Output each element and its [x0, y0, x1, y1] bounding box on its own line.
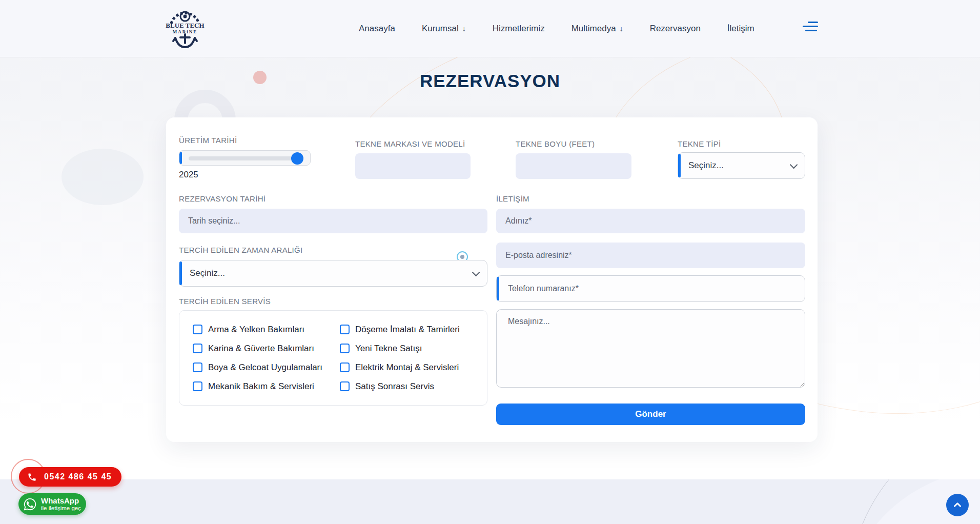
slider-track[interactable]	[189, 156, 301, 160]
chevron-down-icon	[472, 268, 480, 276]
tekne-tipi-select[interactable]: Seçiniz...	[678, 152, 805, 179]
tekne-tipi-label: TEKNE TİPİ	[678, 139, 721, 148]
header: BLUE TECH MARiNE Anasayfa Kurumsal↓ Hizm…	[0, 0, 980, 57]
adiniz-input[interactable]	[496, 209, 805, 233]
footer	[0, 479, 980, 524]
telefon-input[interactable]	[497, 276, 805, 301]
dropdown-arrow-icon: ↓	[462, 25, 466, 33]
checkbox-icon[interactable]	[193, 362, 202, 372]
whatsapp-text: WhatsApp ile iletişime geç	[41, 497, 81, 511]
tekne-markasi-label: TEKNE MARKASI VE MODELİ	[355, 139, 465, 148]
checkbox-mekanik-bakim[interactable]: Mekanik Bakım & Servisleri	[193, 381, 340, 392]
zaman-araligi-selected-value: Seçiniz...	[190, 268, 225, 278]
iletisim-label: İLETİŞİM	[496, 194, 529, 203]
phone-icon	[27, 472, 37, 482]
tekne-boyu-label: TEKNE BOYU (FEET)	[516, 139, 595, 148]
checkbox-icon[interactable]	[340, 325, 350, 334]
nav-item-kurumsal[interactable]: Kurumsal↓	[422, 24, 466, 34]
checkbox-icon[interactable]	[193, 381, 202, 391]
reservation-form-card: ÜRETİM TARİHİ 2025 TEKNE MARKASI VE MODE…	[166, 117, 818, 442]
scroll-to-top-button[interactable]	[946, 494, 969, 516]
checkbox-elektrik-montaj[interactable]: Elektrik Montaj & Servisleri	[340, 362, 487, 373]
zaman-araligi-select[interactable]: Seçiniz...	[179, 260, 487, 287]
page: BLUE TECH MARiNE Anasayfa Kurumsal↓ Hizm…	[0, 0, 980, 524]
checkbox-arma-yelken[interactable]: Arma & Yelken Bakımları	[193, 325, 340, 335]
whatsapp-icon	[23, 497, 37, 511]
phone-call-button[interactable]: 0542 486 45 45	[19, 467, 121, 487]
page-title: REZERVASYON	[0, 71, 980, 91]
checkbox-yeni-tekne[interactable]: Yeni Tekne Satışı	[340, 344, 487, 354]
checkbox-boya-gelcoat[interactable]: Boya & Gelcoat Uygulamaları	[193, 362, 340, 373]
zaman-araligi-label: TERCİH EDİLEN ZAMAN ARALIĞI	[179, 246, 302, 254]
checkbox-icon[interactable]	[193, 344, 202, 353]
nav-item-iletisim[interactable]: İletişim	[727, 24, 754, 34]
whatsapp-button[interactable]: WhatsApp ile iletişime geç	[18, 493, 86, 515]
checkbox-doseme-imalati[interactable]: Döşeme İmalatı & Tamirleri	[340, 325, 487, 335]
checkbox-icon[interactable]	[340, 344, 350, 353]
gonder-button[interactable]: Gönder	[496, 404, 805, 425]
bluetech-marine-logo[interactable]: BLUE TECH MARiNE	[165, 6, 205, 51]
checkbox-icon[interactable]	[340, 362, 350, 372]
chevron-down-icon	[790, 160, 798, 169]
slider-thumb[interactable]	[291, 152, 303, 165]
eposta-input[interactable]	[496, 243, 805, 268]
mesaj-textarea[interactable]	[496, 309, 805, 388]
svg-text:BLUE TECH: BLUE TECH	[166, 22, 204, 29]
nav-item-multimedya[interactable]: Multimedya↓	[571, 24, 623, 34]
servis-checkbox-group: Arma & Yelken Bakımları Döşeme İmalatı &…	[179, 310, 487, 406]
uretim-tarihi-slider[interactable]	[179, 150, 311, 166]
rezervasyon-tarihi-input[interactable]	[179, 209, 487, 233]
hamburger-menu-icon[interactable]	[803, 22, 819, 35]
servis-label: TERCİH EDİLEN SERVİS	[179, 297, 271, 306]
tekne-boyu-input[interactable]	[516, 153, 631, 179]
nav-item-rezervasyon[interactable]: Rezervasyon	[650, 24, 701, 34]
nav-item-anasayfa[interactable]: Anasayfa	[359, 24, 395, 34]
dropdown-arrow-icon: ↓	[620, 25, 623, 33]
checkbox-icon[interactable]	[193, 325, 202, 334]
background-blob-decoration	[62, 149, 144, 205]
checkbox-karina-guverte[interactable]: Karina & Güverte Bakımları	[193, 344, 340, 354]
uretim-tarihi-label: ÜRETİM TARİHİ	[179, 136, 237, 145]
uretim-tarihi-value: 2025	[179, 170, 198, 180]
tekne-markasi-input[interactable]	[355, 153, 471, 179]
checkbox-icon[interactable]	[340, 381, 350, 391]
telefon-field	[496, 275, 805, 302]
checkbox-satis-sonrasi[interactable]: Satış Sonrası Servis	[340, 381, 487, 392]
main-nav: Anasayfa Kurumsal↓ Hizmetlerimiz Multime…	[359, 0, 754, 57]
phone-number: 0542 486 45 45	[44, 472, 112, 481]
tekne-tipi-selected-value: Seçiniz...	[688, 160, 724, 171]
nav-item-hizmetlerimiz[interactable]: Hizmetlerimiz	[493, 24, 545, 34]
rezervasyon-tarihi-label: REZERVASYON TARİHİ	[179, 194, 266, 203]
chevron-up-icon	[952, 499, 963, 511]
